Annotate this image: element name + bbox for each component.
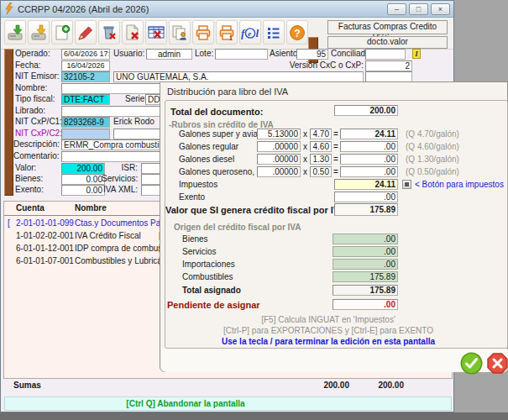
- import-button[interactable]: [4, 20, 26, 45]
- new-record-icon: [54, 24, 71, 41]
- valor-field[interactable]: 200.00: [61, 163, 105, 174]
- usuario-field[interactable]: admin: [146, 49, 192, 60]
- exento-dlg-field[interactable]: .00: [334, 192, 398, 202]
- operado-field[interactable]: 6/04/2026 17:0: [61, 49, 110, 60]
- list-button[interactable]: [263, 20, 285, 45]
- delete-grid-icon: [148, 24, 165, 41]
- librado-label: Librado:: [15, 106, 45, 116]
- bienes-label: Bienes:: [15, 174, 43, 184]
- delete-grid-button[interactable]: [145, 20, 167, 45]
- nit-cxp2-extra-field[interactable]: [113, 129, 160, 139]
- asiento-field[interactable]: 95: [296, 49, 328, 60]
- conciliado-field[interactable]: [365, 49, 406, 60]
- rubro-amount-field[interactable]: .00: [340, 141, 398, 152]
- lote-field[interactable]: [215, 49, 268, 60]
- total-asignado-label: Total asignado: [182, 286, 241, 296]
- help-button[interactable]: ?: [286, 20, 308, 45]
- usuario-label: Usuario:: [113, 49, 144, 59]
- nit-cxp2-label: NIT CxP/C2:: [15, 129, 62, 139]
- minimize-button[interactable]: –: [387, 3, 406, 15]
- row-marker: [: [8, 217, 10, 229]
- total-doc-label: Total del documento:: [170, 107, 263, 117]
- origen-field[interactable]: .00: [333, 234, 398, 244]
- edit-pencil-icon: [77, 24, 94, 41]
- origen-field[interactable]: .00: [333, 246, 398, 257]
- impuestos-label: Impuestos: [179, 180, 217, 190]
- multiply-sign: x: [303, 155, 307, 165]
- rubro-amount-field[interactable]: 24.11: [340, 129, 398, 139]
- bienes-field[interactable]: 0.00: [61, 174, 105, 185]
- doc-mode-box: docto.valor: [327, 36, 448, 49]
- abandon-hint: [Ctrl Q] Abandonar la pantalla: [5, 399, 366, 408]
- edit-button[interactable]: [75, 20, 97, 45]
- rubro-label: Galones diesel: [179, 155, 234, 165]
- rubro-amount-field[interactable]: .00: [340, 154, 398, 165]
- rubro-qty-field[interactable]: .00000: [257, 141, 301, 152]
- origen-field[interactable]: .00: [333, 259, 398, 270]
- nit-cxp1-field[interactable]: 8293268-9: [61, 117, 110, 128]
- delete-record-button[interactable]: [98, 20, 120, 45]
- rubro-rate-field[interactable]: 4.60: [310, 141, 332, 152]
- rubro-qty-field[interactable]: .00000: [257, 166, 301, 177]
- rubro-note: (Q 4.70/galón): [406, 129, 459, 139]
- title-bar: CCRPP 04/2026 (Abril de 2026) – □ ×: [1, 1, 453, 18]
- close-x-icon: [487, 353, 508, 374]
- print-icon: [195, 24, 212, 41]
- new-record-button[interactable]: [51, 20, 73, 45]
- nit-cxp1-label: NIT CxP/C1:: [15, 117, 62, 127]
- rubro-rate-field[interactable]: 1.30: [310, 154, 332, 165]
- fel-lookup-button[interactable]: fel: [239, 20, 261, 45]
- tipo-fiscal-field[interactable]: DTE:FACT: [61, 94, 110, 105]
- print-detail-button[interactable]: 1: [216, 20, 238, 45]
- list-icon: [265, 24, 282, 41]
- rubro-rate-field[interactable]: 4.70: [310, 129, 332, 139]
- exento-field[interactable]: 0.00: [61, 185, 105, 196]
- total-asignado-field[interactable]: 175.89: [333, 285, 398, 296]
- nit-cxp2-field[interactable]: [61, 129, 110, 139]
- origen-label: Servicios: [182, 247, 217, 257]
- void-document-button[interactable]: [122, 20, 144, 45]
- maximize-button[interactable]: □: [409, 3, 428, 15]
- record-indicator-bar: [4, 49, 13, 196]
- asiento-label: Asiento:: [270, 49, 300, 59]
- servicios-label: Servicios:: [102, 174, 138, 184]
- fecha-field[interactable]: 16/04/2026: [61, 60, 110, 71]
- rubro-rate-field[interactable]: 0.50: [310, 166, 332, 177]
- hint-f5: [F5] Calcula INGUAT en 'Impuestos': [160, 315, 496, 324]
- origen-label: Combustibles: [182, 272, 233, 282]
- impuestos-field[interactable]: 24.11: [334, 179, 398, 190]
- export-button[interactable]: [28, 20, 50, 45]
- export-icon: [30, 24, 47, 41]
- credito-field[interactable]: 175.89: [334, 203, 398, 216]
- copy-document-button[interactable]: [169, 20, 191, 45]
- cancel-dialog-button[interactable]: [487, 353, 508, 375]
- origen-group-title: Origen del crédito fiscal por IVA: [174, 223, 301, 233]
- rubro-note: (Q 1.30/galón): [406, 155, 459, 165]
- sums-credit: 200.00: [349, 381, 404, 390]
- delete-trash-icon: [101, 24, 118, 41]
- total-doc-field[interactable]: 200.00: [334, 105, 398, 116]
- impuestos-button[interactable]: [402, 180, 411, 189]
- sums-debit: 200.00: [295, 381, 349, 390]
- col-header-nombre[interactable]: Nombre: [75, 203, 107, 213]
- pendiente-label: Pendiente de asignar: [167, 300, 260, 310]
- origen-label: Importaciones: [182, 260, 235, 270]
- col-header-cuenta[interactable]: Cuenta: [16, 203, 45, 213]
- origen-label: Bienes: [182, 234, 208, 244]
- close-button[interactable]: ×: [431, 3, 450, 15]
- accept-button[interactable]: [460, 352, 483, 376]
- origen-field[interactable]: 175.89: [333, 271, 398, 282]
- check-icon: [460, 352, 483, 375]
- info-icon[interactable]: I: [412, 49, 421, 59]
- bottom-edge: [0, 412, 508, 420]
- svg-text:l: l: [256, 27, 259, 39]
- iva-xml-label: IVA XML:: [102, 185, 138, 195]
- nit-emisor-field[interactable]: 32105-2: [61, 71, 110, 82]
- rubro-qty-field[interactable]: 5.13000: [257, 129, 301, 139]
- version-field[interactable]: 2: [365, 60, 412, 71]
- print-button[interactable]: [192, 20, 214, 45]
- rubro-qty-field[interactable]: .00000: [257, 154, 301, 165]
- rubro-amount-field[interactable]: .00: [340, 166, 398, 177]
- equals-sign: =: [333, 129, 338, 139]
- pendiente-field[interactable]: .00: [333, 299, 398, 310]
